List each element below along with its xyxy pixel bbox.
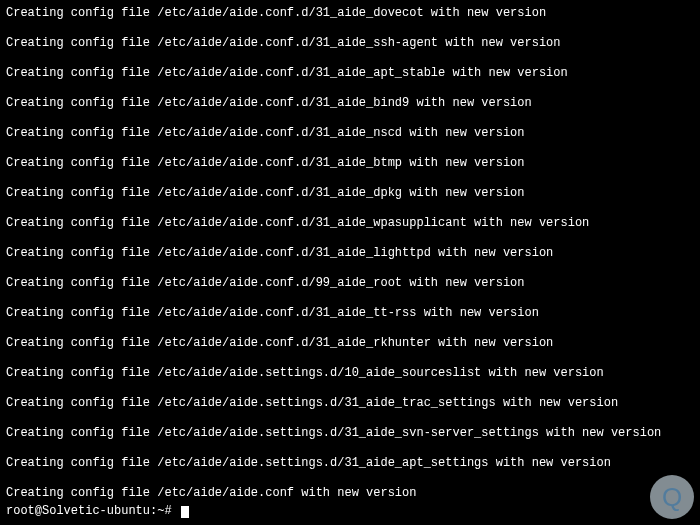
terminal-output-line: Creating config file /etc/aide/aide.sett… <box>6 394 694 412</box>
terminal-output-line: Creating config file /etc/aide/aide.conf… <box>6 4 694 22</box>
watermark-badge: Q <box>650 475 694 519</box>
terminal-output-line: Creating config file /etc/aide/aide.conf… <box>6 154 694 172</box>
terminal-output-line: Creating config file /etc/aide/aide.conf… <box>6 124 694 142</box>
watermark-icon: Q <box>662 482 682 513</box>
terminal-output-line: Creating config file /etc/aide/aide.conf… <box>6 34 694 52</box>
terminal-output-line: Creating config file /etc/aide/aide.conf… <box>6 94 694 112</box>
terminal-output-line: Creating config file /etc/aide/aide.sett… <box>6 424 694 442</box>
terminal-output-line: Creating config file /etc/aide/aide.conf… <box>6 184 694 202</box>
terminal-output-line: Creating config file /etc/aide/aide.conf… <box>6 214 694 232</box>
terminal-output-line: Creating config file /etc/aide/aide.sett… <box>6 454 694 472</box>
cursor-icon <box>181 506 189 518</box>
terminal-output-line: Creating config file /etc/aide/aide.conf… <box>6 484 694 502</box>
shell-prompt: root@Solvetic-ubuntu:~# <box>6 504 179 518</box>
terminal-output-line: Creating config file /etc/aide/aide.conf… <box>6 334 694 352</box>
terminal-output-line: Creating config file /etc/aide/aide.conf… <box>6 64 694 82</box>
terminal-output-line: Creating config file /etc/aide/aide.sett… <box>6 364 694 382</box>
terminal-output: Creating config file /etc/aide/aide.conf… <box>6 4 694 472</box>
terminal-window[interactable]: Creating config file /etc/aide/aide.conf… <box>0 0 700 525</box>
shell-prompt-line[interactable]: root@Solvetic-ubuntu:~# <box>6 504 189 518</box>
terminal-output-line: Creating config file /etc/aide/aide.conf… <box>6 304 694 322</box>
terminal-output-line: Creating config file /etc/aide/aide.conf… <box>6 274 694 292</box>
terminal-output-line: Creating config file /etc/aide/aide.conf… <box>6 244 694 262</box>
